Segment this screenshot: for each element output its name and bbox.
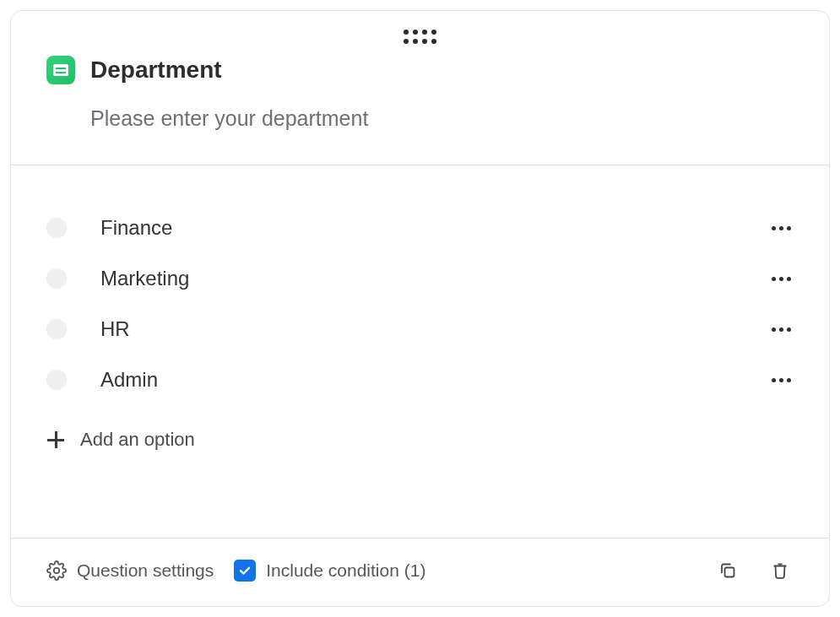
delete-button[interactable] <box>767 557 794 584</box>
option-label[interactable]: Marketing <box>100 267 734 290</box>
svg-rect-1 <box>725 568 734 577</box>
add-option-label: Add an option <box>80 429 195 451</box>
checkbox-checked-icon <box>234 560 256 582</box>
option-label[interactable]: Finance <box>100 216 734 240</box>
question-title[interactable]: Department <box>90 57 222 84</box>
radio-icon <box>46 218 67 238</box>
option-more-button[interactable] <box>768 226 794 230</box>
option-more-button[interactable] <box>768 327 794 332</box>
question-type-icon <box>46 56 75 84</box>
option-more-button[interactable] <box>768 378 794 382</box>
option-more-button[interactable] <box>768 277 794 281</box>
grip-icon <box>404 30 436 44</box>
copy-icon <box>718 560 738 581</box>
option-label[interactable]: Admin <box>100 368 734 392</box>
question-header: Department Please enter your department <box>11 51 829 165</box>
duplicate-button[interactable] <box>714 557 741 584</box>
question-settings-label: Question settings <box>77 560 214 581</box>
option-row[interactable]: Marketing <box>46 253 794 304</box>
include-condition-toggle[interactable]: Include condition (1) <box>234 560 425 582</box>
option-row[interactable]: HR <box>46 304 794 355</box>
svg-point-0 <box>54 568 59 573</box>
radio-icon <box>46 319 67 339</box>
option-row[interactable]: Finance <box>46 203 794 253</box>
drag-handle[interactable] <box>11 11 829 51</box>
include-condition-label: Include condition (1) <box>266 560 425 581</box>
question-footer: Question settings Include condition (1) <box>11 539 829 606</box>
radio-icon <box>46 268 67 289</box>
question-card: Department Please enter your department … <box>10 10 830 607</box>
add-option-button[interactable]: Add an option <box>46 405 794 459</box>
question-settings-button[interactable]: Question settings <box>46 560 214 581</box>
radio-icon <box>46 370 67 390</box>
option-row[interactable]: Admin <box>46 355 794 405</box>
gear-icon <box>46 560 67 581</box>
trash-icon <box>770 560 790 581</box>
question-description[interactable]: Please enter your department <box>90 106 794 131</box>
plus-icon <box>46 430 65 449</box>
options-list: Finance Marketing HR Admin <box>11 165 829 538</box>
option-label[interactable]: HR <box>100 317 734 341</box>
